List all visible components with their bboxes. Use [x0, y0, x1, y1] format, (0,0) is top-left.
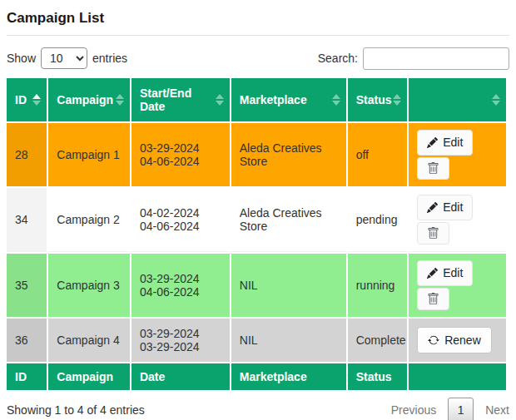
cell-marketplace: Aleda Creatives Store: [231, 188, 346, 252]
delete-button[interactable]: [417, 222, 449, 245]
cell-campaign: Campaign 3: [48, 254, 130, 317]
entries-length-control: Show 10 entries: [7, 47, 127, 69]
entries-count-select[interactable]: 10: [41, 47, 87, 69]
sort-asc-icon: [32, 94, 41, 106]
sort-both-icon: [116, 94, 124, 106]
table-row: 36 Campaign 4 03-29-2024 03-29-2024 NIL …: [7, 319, 506, 362]
footer-header-campaign: Campaign: [48, 363, 130, 390]
cell-id: 36: [7, 319, 47, 362]
cell-marketplace: NIL: [231, 254, 346, 317]
trash-icon: [427, 162, 439, 175]
cell-marketplace: Aleda Creatives Store: [231, 123, 346, 186]
show-label: Show: [7, 52, 36, 65]
current-page-button[interactable]: 1: [448, 398, 474, 420]
sort-both-icon: [332, 94, 340, 106]
footer-header-date: Date: [131, 363, 230, 390]
edit-button[interactable]: Edit: [417, 130, 473, 155]
trash-icon: [427, 293, 439, 305]
pagination: Previous 1 Next: [391, 398, 509, 420]
entries-label: entries: [92, 52, 127, 65]
cell-id: 35: [7, 254, 47, 317]
column-header-actions[interactable]: [409, 78, 506, 121]
sort-both-icon: [216, 94, 224, 106]
column-header-start-end-date[interactable]: Start/End Date: [131, 78, 230, 121]
pencil-icon: [427, 268, 438, 279]
search-input[interactable]: [363, 47, 509, 70]
next-page-button[interactable]: Next: [485, 403, 509, 417]
cell-status: off: [348, 123, 407, 186]
footer-header-marketplace: Marketplace: [231, 363, 346, 390]
cell-id: 28: [7, 123, 47, 186]
column-header-campaign[interactable]: Campaign: [48, 78, 130, 121]
table-row: 34 Campaign 2 04-02-2024 04-06-2024 Aled…: [7, 188, 506, 252]
cell-status: pending: [348, 188, 407, 252]
title-divider: [7, 35, 509, 36]
cell-actions: Edit: [409, 254, 506, 317]
pencil-icon: [427, 202, 438, 213]
sort-both-icon: [492, 94, 500, 106]
column-header-status[interactable]: Status: [348, 78, 407, 121]
edit-button[interactable]: Edit: [417, 195, 473, 220]
cell-marketplace: NIL: [231, 319, 346, 362]
search-control: Search:: [318, 47, 509, 70]
cell-actions: Edit: [409, 188, 506, 252]
page-title: Campaign List: [7, 10, 509, 27]
cell-campaign: Campaign 1: [48, 123, 130, 186]
table-row: 35 Campaign 3 03-29-2024 04-06-2024 NIL …: [7, 254, 506, 317]
refresh-icon: [428, 334, 439, 346]
cell-dates: 03-29-2024 04-06-2024: [131, 123, 230, 186]
table-header-row: ID Campaign Start/End Date Marketplace S…: [7, 78, 506, 121]
cell-campaign: Campaign 4: [48, 319, 130, 362]
footer-header-id: ID: [7, 363, 47, 390]
cell-dates: 04-02-2024 04-06-2024: [131, 188, 230, 252]
table-row: 28 Campaign 1 03-29-2024 04-06-2024 Aled…: [7, 123, 506, 186]
column-header-marketplace[interactable]: Marketplace: [231, 78, 346, 121]
cell-actions: Edit: [409, 123, 506, 186]
column-header-id[interactable]: ID: [7, 78, 47, 121]
edit-button[interactable]: Edit: [417, 260, 473, 285]
table-controls: Show 10 entries Search:: [7, 47, 509, 70]
cell-actions: Renew: [409, 319, 506, 362]
cell-dates: 03-29-2024 03-29-2024: [131, 319, 230, 362]
delete-button[interactable]: [417, 157, 449, 180]
footer-header-status: Status: [348, 363, 407, 390]
trash-icon: [427, 227, 439, 240]
pencil-icon: [427, 137, 438, 148]
cell-dates: 03-29-2024 04-06-2024: [131, 254, 230, 317]
campaign-table: ID Campaign Start/End Date Marketplace S…: [5, 77, 508, 392]
renew-button[interactable]: Renew: [417, 327, 492, 353]
previous-page-button[interactable]: Previous: [391, 403, 436, 417]
cell-status: Complete: [348, 319, 407, 362]
table-footer-bar: Showing 1 to 4 of 4 entries Previous 1 N…: [7, 398, 509, 420]
delete-button[interactable]: [417, 288, 449, 310]
search-label: Search:: [318, 52, 358, 65]
sort-both-icon: [393, 94, 401, 106]
cell-status: running: [348, 254, 407, 317]
cell-campaign: Campaign 2: [48, 188, 130, 252]
entries-info: Showing 1 to 4 of 4 entries: [7, 403, 145, 417]
footer-header-actions: [409, 363, 506, 390]
cell-id: 34: [7, 188, 47, 252]
table-footer-header-row: ID Campaign Date Marketplace Status: [7, 363, 506, 390]
